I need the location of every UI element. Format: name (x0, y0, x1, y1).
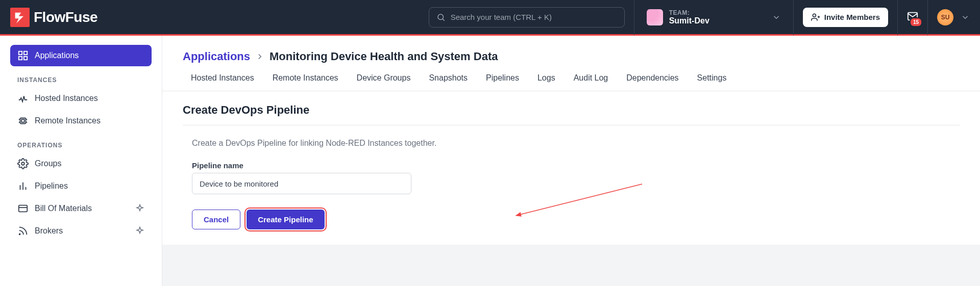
sidebar-label: Brokers (35, 226, 63, 236)
svg-point-15 (21, 162, 24, 165)
divider (927, 0, 928, 35)
user-initials: SU (941, 14, 950, 21)
search-icon (436, 13, 446, 22)
invite-members-button[interactable]: Invite Members (803, 8, 888, 27)
pipeline-name-input[interactable] (192, 173, 411, 194)
cloud-icon (17, 93, 29, 104)
sidebar-label: Pipelines (35, 181, 68, 191)
card-description: Create a DevOps Pipeline for linking Nod… (183, 136, 960, 157)
card-icon (17, 203, 29, 214)
svg-rect-8 (19, 57, 22, 60)
create-pipeline-button[interactable]: Create Pipeline (247, 210, 324, 229)
tab-pipelines[interactable]: Pipelines (486, 73, 519, 91)
user-plus-icon (811, 13, 820, 22)
pipeline-name-label: Pipeline name (183, 157, 960, 173)
bars-icon (17, 180, 29, 192)
tab-dependencies[interactable]: Dependencies (626, 73, 678, 91)
tab-logs[interactable]: Logs (537, 73, 555, 91)
sidebar-item-pipelines[interactable]: Pipelines (10, 175, 152, 197)
chip-icon (17, 115, 29, 126)
svg-rect-6 (24, 51, 27, 55)
sidebar-label: Hosted Instances (35, 94, 98, 103)
annotation-arrow (514, 179, 647, 222)
rss-icon (17, 225, 29, 237)
divider (897, 0, 898, 35)
search-input-wrap[interactable] (429, 7, 625, 28)
chevron-down-icon (772, 13, 781, 22)
chevron-right-icon (255, 52, 264, 61)
svg-point-2 (813, 14, 816, 17)
divider (793, 0, 794, 35)
sidebar-item-hosted-instances[interactable]: Hosted Instances (10, 88, 152, 109)
gear-icon (17, 158, 29, 169)
tab-audit-log[interactable]: Audit Log (574, 73, 608, 91)
notification-badge: 15 (910, 17, 922, 27)
notifications-button[interactable]: 15 (907, 11, 918, 24)
card-title: Create DevOps Pipeline (183, 103, 960, 125)
sparkle-icon (135, 226, 144, 236)
sidebar-heading-instances: INSTANCES (10, 67, 152, 88)
tab-device-groups[interactable]: Device Groups (357, 73, 411, 91)
logo[interactable]: FlowFuse (10, 8, 97, 27)
svg-rect-10 (21, 119, 24, 122)
sidebar: Applications INSTANCES Hosted Instances … (0, 36, 162, 286)
sidebar-label: Groups (35, 159, 61, 168)
svg-rect-5 (19, 51, 22, 55)
sidebar-label: Bill Of Materials (35, 204, 92, 213)
team-label: TEAM: (669, 9, 709, 16)
logo-text: FlowFuse (34, 9, 97, 25)
svg-point-21 (19, 234, 20, 235)
svg-point-0 (438, 14, 444, 20)
breadcrumb-link-applications[interactable]: Applications (183, 50, 250, 63)
logo-mark-icon (10, 8, 30, 27)
top-header: FlowFuse TEAM: Sumit-Dev Invite Members … (0, 0, 980, 36)
tab-hosted-instances[interactable]: Hosted Instances (191, 73, 254, 91)
invite-members-label: Invite Members (824, 13, 880, 21)
divider (634, 0, 634, 35)
sidebar-item-remote-instances[interactable]: Remote Instances (10, 110, 152, 132)
sidebar-item-applications[interactable]: Applications (10, 45, 152, 66)
sidebar-item-groups[interactable]: Groups (10, 153, 152, 174)
sidebar-item-bom[interactable]: Bill Of Materials (10, 198, 152, 219)
team-avatar-icon (647, 9, 663, 25)
chevron-down-icon[interactable] (961, 13, 970, 22)
tab-bar: Hosted Instances Remote Instances Device… (162, 68, 980, 91)
svg-rect-9 (20, 118, 26, 124)
create-pipeline-card: Create DevOps Pipeline Create a DevOps P… (183, 103, 960, 245)
breadcrumb-current: Monitoring Device Health and System Data (270, 50, 498, 63)
breadcrumb: Applications Monitoring Device Health an… (162, 36, 980, 68)
main-content: Applications Monitoring Device Health an… (162, 36, 980, 286)
svg-rect-19 (19, 205, 28, 212)
team-name: Sumit-Dev (669, 16, 709, 25)
user-avatar[interactable]: SU (937, 9, 953, 25)
footer-area (162, 245, 980, 286)
svg-line-1 (443, 19, 444, 20)
grid-icon (17, 50, 29, 61)
sidebar-label: Applications (35, 51, 79, 60)
sidebar-item-brokers[interactable]: Brokers (10, 220, 152, 242)
svg-rect-7 (24, 57, 27, 60)
cancel-button[interactable]: Cancel (192, 210, 240, 229)
search-input[interactable] (451, 13, 617, 21)
sidebar-label: Remote Instances (35, 116, 101, 125)
team-selector[interactable]: TEAM: Sumit-Dev (644, 9, 784, 25)
tab-snapshots[interactable]: Snapshots (429, 73, 468, 91)
tab-remote-instances[interactable]: Remote Instances (273, 73, 338, 91)
sidebar-heading-operations: OPERATIONS (10, 133, 152, 153)
tab-settings[interactable]: Settings (697, 73, 727, 91)
svg-line-22 (520, 184, 642, 215)
sparkle-icon (135, 204, 144, 213)
